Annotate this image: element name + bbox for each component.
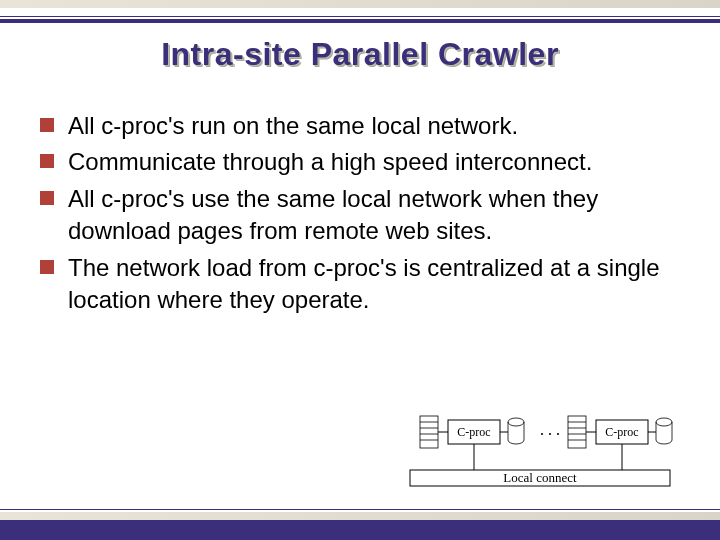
architecture-diagram: Local connect C-proc . . . [390,390,690,500]
database-icon [508,418,524,444]
bullet-icon [40,154,54,168]
bullet-item: All c-proc's run on the same local netwo… [40,110,680,142]
bullet-icon [40,118,54,132]
top-stripe [0,0,720,8]
accent-line-thin [0,16,720,17]
queue-icon [420,416,438,448]
svg-point-18 [656,418,672,426]
bullet-icon [40,191,54,205]
svg-rect-12 [568,416,586,448]
bullet-item: The network load from c-proc's is centra… [40,252,680,317]
ellipsis: . . . [540,421,560,438]
bullet-text: All c-proc's use the same local network … [68,183,680,248]
bullet-text: Communicate through a high speed interco… [68,146,592,178]
queue-icon [568,416,586,448]
database-icon [656,418,672,444]
bullet-item: All c-proc's use the same local network … [40,183,680,248]
slide-title: Intra-site Parallel Crawler [0,36,720,73]
accent-line-thick [0,19,720,23]
bottom-stripe [0,512,720,520]
cproc-label: C-proc [457,425,490,439]
slide-body: All c-proc's run on the same local netwo… [40,110,680,320]
bullet-icon [40,260,54,274]
connect-label: Local connect [503,470,577,485]
svg-rect-1 [420,416,438,448]
bullet-item: Communicate through a high speed interco… [40,146,680,178]
svg-point-7 [508,418,524,426]
slide: Intra-site Parallel Crawler All c-proc's… [0,0,720,540]
bullet-text: The network load from c-proc's is centra… [68,252,680,317]
bullet-text: All c-proc's run on the same local netwo… [68,110,518,142]
bottom-bar [0,520,720,540]
cproc-label: C-proc [605,425,638,439]
bottom-line [0,509,720,510]
